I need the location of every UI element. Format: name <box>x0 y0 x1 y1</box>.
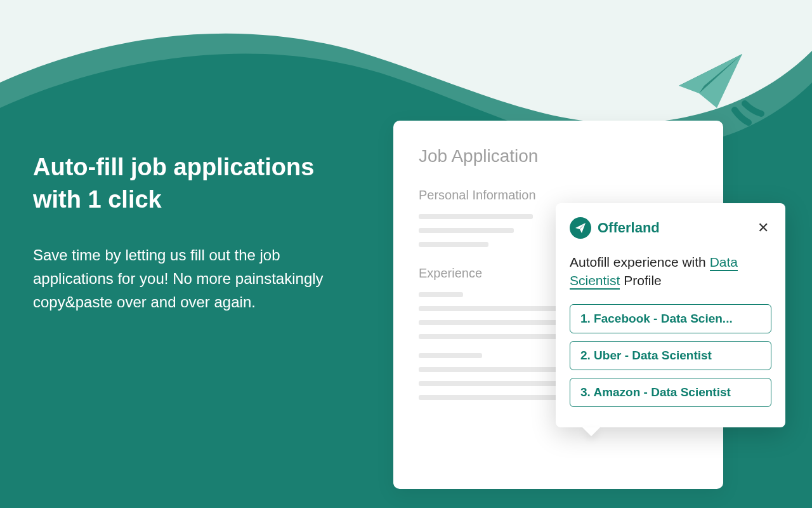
app-title: Job Application <box>419 146 698 166</box>
popup-prompt: Autofill experience with Data Scientist … <box>570 253 771 290</box>
popup-tail <box>582 427 600 436</box>
prompt-prefix: Autofill experience with <box>570 255 710 269</box>
hero-body: Save time by letting us fill out the job… <box>33 243 331 314</box>
skeleton-line <box>419 320 558 325</box>
prompt-suffix: Profile <box>620 273 661 288</box>
skeleton-line <box>419 292 463 297</box>
close-icon[interactable]: ✕ <box>755 220 771 236</box>
popup-brand: Offerland <box>598 220 755 236</box>
skeleton-line <box>419 228 514 233</box>
autofill-option[interactable]: 2. Uber - Data Scientist <box>570 341 771 370</box>
skeleton-line <box>419 242 488 247</box>
autofill-option[interactable]: 1. Facebook - Data Scien... <box>570 304 771 333</box>
autofill-popup: Offerland ✕ Autofill experience with Dat… <box>556 203 785 427</box>
hero-copy: Auto-fill job applications with 1 click … <box>33 151 331 314</box>
skeleton-line <box>419 353 482 358</box>
offerland-logo-icon <box>570 217 591 239</box>
hero-headline: Auto-fill job applications with 1 click <box>33 151 331 217</box>
skeleton-line <box>419 214 533 219</box>
section-personal-info: Personal Information <box>419 188 698 203</box>
popup-header: Offerland ✕ <box>570 217 771 239</box>
autofill-option[interactable]: 3. Amazon - Data Scientist <box>570 378 771 407</box>
skeleton-line <box>419 334 558 339</box>
skeleton-line <box>419 306 558 311</box>
